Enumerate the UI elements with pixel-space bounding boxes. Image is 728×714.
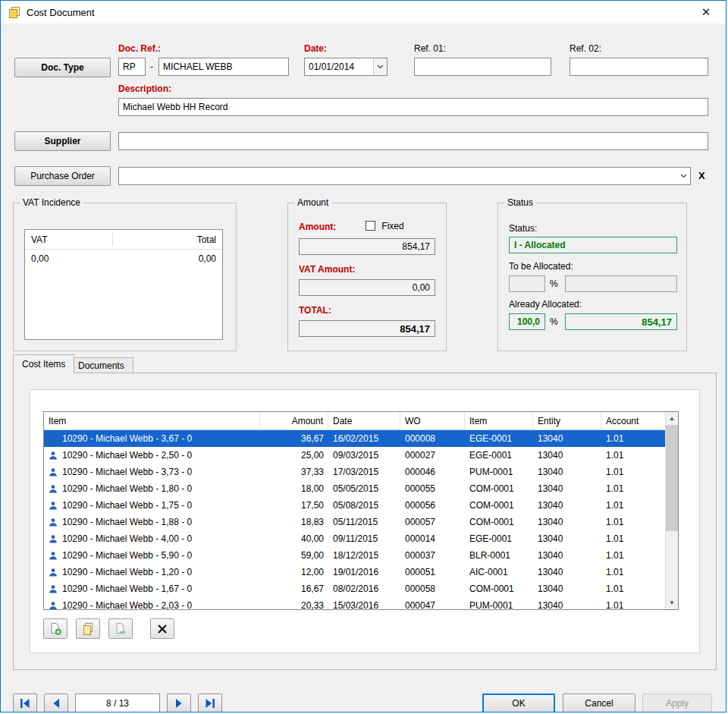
table-row[interactable]: 10290 - Michael Webb - 2,03 - 020,3315/0… bbox=[44, 597, 665, 609]
column-header-item2[interactable]: Item bbox=[465, 412, 533, 429]
previous-page-button[interactable] bbox=[44, 694, 68, 712]
cell-amount: 17,50 bbox=[260, 497, 328, 514]
purchase-order-button[interactable]: Purchase Order bbox=[14, 166, 111, 186]
scroll-thumb[interactable] bbox=[666, 425, 678, 531]
clear-purchase-order-button[interactable]: X bbox=[698, 170, 705, 181]
close-icon[interactable]: ✕ bbox=[694, 2, 718, 23]
table-row[interactable]: 10290 - Michael Webb - 1,67 - 016,6708/0… bbox=[44, 580, 665, 597]
supplier-button[interactable]: Supplier bbox=[14, 131, 111, 151]
table-row[interactable]: 10290 - Michael Webb - 5,90 - 059,0018/1… bbox=[44, 547, 665, 564]
fixed-label: Fixed bbox=[381, 221, 403, 231]
amount-group-title: Amount bbox=[294, 197, 331, 208]
page-indicator: 8 / 13 bbox=[75, 694, 160, 712]
cell-account: 1.01 bbox=[601, 514, 665, 530]
document-plus-icon bbox=[49, 622, 62, 636]
amount-label: Amount: bbox=[299, 222, 336, 232]
chevron-down-icon[interactable] bbox=[676, 168, 690, 184]
add-cost-item-button[interactable] bbox=[43, 618, 67, 639]
table-row[interactable]: 10290 - Michael Webb - 3,67 - 036,6716/0… bbox=[44, 430, 665, 447]
ref01-input[interactable] bbox=[414, 58, 551, 76]
percent-sign: % bbox=[550, 278, 558, 289]
table-row[interactable]: 10290 - Michael Webb - 1,80 - 018,0005/0… bbox=[44, 480, 665, 497]
tab-cost-items[interactable]: Cost Items bbox=[13, 354, 74, 373]
table-row[interactable]: 10290 - Michael Webb - 2,50 - 025,0009/0… bbox=[44, 447, 665, 464]
cell-item2: COM-0001 bbox=[465, 480, 533, 497]
tab-documents[interactable]: Documents bbox=[69, 357, 133, 373]
cell-amount: 18,83 bbox=[260, 514, 328, 530]
scroll-up-icon[interactable]: ▲ bbox=[666, 412, 678, 425]
cell-account: 1.01 bbox=[601, 564, 665, 580]
cell-date: 15/03/2016 bbox=[328, 597, 400, 609]
cell-entity: 13040 bbox=[533, 580, 601, 597]
total-label: TOTAL: bbox=[299, 305, 331, 316]
delete-x-icon bbox=[157, 624, 168, 634]
vertical-scrollbar[interactable]: ▲ ▼ bbox=[665, 412, 678, 609]
date-picker[interactable] bbox=[304, 58, 388, 76]
fixed-checkbox-group: Fixed bbox=[366, 221, 404, 231]
cancel-button[interactable]: Cancel bbox=[563, 694, 635, 712]
cell-wo: 000051 bbox=[400, 564, 465, 580]
cell-item: 10290 - Michael Webb - 4,00 - 0 bbox=[44, 530, 260, 547]
link-cost-item-button[interactable] bbox=[108, 618, 133, 639]
column-header-entity[interactable]: Entity bbox=[533, 412, 601, 429]
cell-date: 16/02/2015 bbox=[328, 430, 400, 447]
next-page-button[interactable] bbox=[167, 694, 191, 712]
table-row[interactable]: 10290 - Michael Webb - 1,75 - 017,5005/0… bbox=[44, 497, 665, 514]
ref02-input[interactable] bbox=[570, 58, 708, 76]
cell-wo: 000008 bbox=[400, 430, 465, 447]
doc-type-button[interactable]: Doc. Type bbox=[14, 58, 111, 77]
delete-cost-item-button[interactable] bbox=[150, 618, 174, 639]
table-row[interactable]: 10290 - Michael Webb - 1,88 - 018,8305/1… bbox=[44, 514, 665, 530]
cell-wo: 000027 bbox=[400, 447, 465, 464]
percent-sign: % bbox=[550, 316, 558, 327]
cell-entity: 13040 bbox=[533, 547, 601, 564]
cell-amount: 59,00 bbox=[260, 547, 328, 564]
amount-field bbox=[299, 238, 435, 255]
vat-table: VAT Total 0,00 0,00 bbox=[24, 229, 223, 340]
cell-amount: 16,67 bbox=[260, 580, 328, 597]
total-field bbox=[299, 320, 435, 337]
table-row[interactable]: 10290 - Michael Webb - 1,20 - 012,0019/0… bbox=[44, 564, 665, 580]
supplier-input[interactable] bbox=[118, 132, 708, 150]
person-icon bbox=[49, 568, 58, 577]
status-group: Status Status: I - Allocated To be Alloc… bbox=[497, 203, 687, 351]
window-icon bbox=[8, 6, 20, 18]
last-page-button[interactable] bbox=[198, 694, 222, 712]
scroll-down-icon[interactable]: ▼ bbox=[666, 596, 678, 609]
column-header-amount[interactable]: Amount bbox=[260, 412, 328, 429]
ok-button[interactable]: OK bbox=[482, 694, 555, 712]
cell-item2: COM-0001 bbox=[465, 497, 533, 514]
doc-ref-input[interactable] bbox=[158, 58, 289, 76]
chevron-down-icon[interactable] bbox=[373, 58, 387, 75]
cell-date: 05/08/2015 bbox=[328, 497, 400, 514]
cell-item: 10290 - Michael Webb - 1,88 - 0 bbox=[44, 514, 260, 530]
vat-table-row: 0,00 0,00 bbox=[25, 250, 222, 266]
first-page-button[interactable] bbox=[13, 694, 37, 712]
cell-wo: 000055 bbox=[400, 480, 465, 497]
vat-amount-field bbox=[299, 279, 435, 296]
table-row[interactable]: 10290 - Michael Webb - 4,00 - 040,0009/1… bbox=[44, 530, 665, 547]
already-allocated-pct-field: 100,0 bbox=[509, 313, 545, 330]
column-header-account[interactable]: Account bbox=[601, 412, 667, 429]
description-input[interactable] bbox=[118, 98, 708, 116]
table-row[interactable]: 10290 - Michael Webb - 3,73 - 037,3317/0… bbox=[44, 464, 665, 480]
to-be-allocated-label: To be Allocated: bbox=[509, 261, 573, 272]
column-header-wo[interactable]: WO bbox=[400, 412, 465, 429]
purchase-order-combo[interactable] bbox=[118, 167, 691, 185]
cell-entity: 13040 bbox=[533, 480, 601, 497]
purchase-order-input[interactable] bbox=[119, 171, 676, 181]
vat-column-header: VAT bbox=[31, 234, 48, 245]
doc-ref-prefix-input[interactable] bbox=[118, 58, 146, 76]
cell-account: 1.01 bbox=[601, 497, 665, 514]
fixed-checkbox[interactable] bbox=[366, 221, 375, 231]
column-header-item[interactable]: Item bbox=[44, 412, 260, 429]
person-icon bbox=[49, 601, 58, 610]
column-header-date[interactable]: Date bbox=[328, 412, 400, 429]
cell-item2: EGE-0001 bbox=[465, 447, 533, 464]
date-input[interactable] bbox=[305, 61, 373, 72]
cell-item: 10290 - Michael Webb - 1,75 - 0 bbox=[44, 497, 260, 514]
copy-cost-item-button[interactable] bbox=[76, 618, 100, 639]
cell-item2: PUM-0001 bbox=[465, 597, 533, 609]
grid-panel: ItemAmountDateWOItemEntityAccount 10290 … bbox=[30, 389, 700, 653]
cell-wo: 000057 bbox=[400, 514, 465, 530]
